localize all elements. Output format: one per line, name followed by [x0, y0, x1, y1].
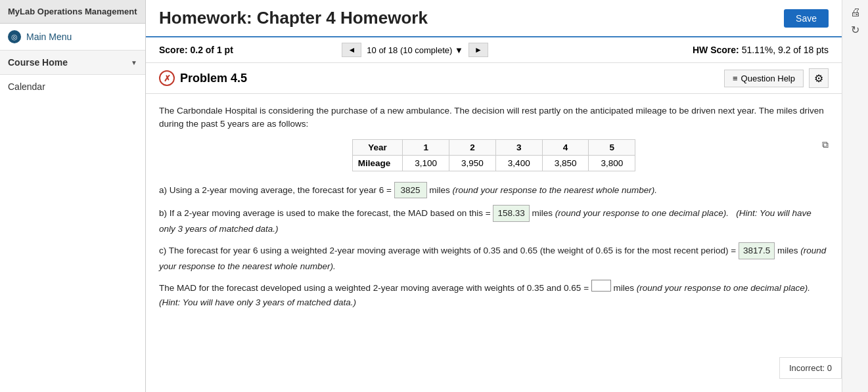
- mileage-table: Year 1 2 3 4 5 Mileage 3,100 3,950 3,400: [352, 139, 636, 171]
- calendar-label: Calendar: [8, 81, 45, 92]
- table-header-col1: 1: [403, 139, 449, 155]
- problem-status-icon: ✗: [159, 70, 175, 86]
- problem-content: The Carbondale Hospital is considering t…: [146, 94, 842, 392]
- sidebar-app-name: MyLab Operations Management: [0, 0, 145, 24]
- table-header-col4: 4: [542, 139, 589, 155]
- part-d-text-after: miles: [614, 283, 637, 293]
- hw-score-label: HW Score:: [693, 45, 739, 55]
- problem-header: ✗ Problem 4.5 ≡ Question Help ⚙: [146, 63, 842, 94]
- top-bar: Homework: Chapter 4 Homework Save: [146, 0, 842, 37]
- part-d-input[interactable]: [591, 280, 611, 292]
- part-d: The MAD for the forecast developed using…: [159, 280, 829, 309]
- mileage-row-label: Mileage: [352, 155, 403, 171]
- nav-prev-button[interactable]: ◄: [342, 43, 361, 57]
- part-a: a) Using a 2-year moving average, the fo…: [159, 182, 829, 199]
- part-c-text-after: miles: [777, 246, 800, 255]
- part-d-hint: (Hint: You will have only 3 years of mat…: [159, 297, 356, 307]
- table-header-col2: 2: [449, 139, 496, 155]
- nav-text: 10 of 18 (10 complete): [367, 45, 452, 55]
- mileage-col1: 3,100: [403, 155, 449, 171]
- part-a-italic: (round your response to the nearest whol…: [453, 185, 657, 195]
- table-header-col3: 3: [495, 139, 542, 155]
- settings-button[interactable]: ⚙: [809, 68, 829, 88]
- hw-score-value: 51.11%, 9.2 of 18 pts: [742, 45, 829, 55]
- sidebar-item-course-home[interactable]: Course Home ▼: [0, 51, 145, 75]
- table-header-year: Year: [352, 139, 403, 155]
- sidebar: MyLab Operations Management ◎ Main Menu …: [0, 0, 146, 392]
- course-home-label: Course Home: [8, 57, 68, 68]
- main-menu-label: Main Menu: [26, 32, 72, 42]
- page-title: Homework: Chapter 4 Homework: [159, 8, 428, 28]
- part-c-text-before: c) The forecast for year 6 using a weigh…: [159, 246, 736, 255]
- part-a-text-before: a) Using a 2-year moving average, the fo…: [159, 185, 392, 195]
- score-bar: Score: 0.2 of 1 pt ◄ 10 of 18 (10 comple…: [146, 37, 842, 63]
- part-b-text-after: miles: [532, 208, 555, 218]
- nav-dropdown-icon[interactable]: ▼: [455, 45, 463, 55]
- main-menu-icon: ◎: [8, 30, 21, 43]
- refresh-icon[interactable]: ↻: [851, 24, 859, 36]
- save-button[interactable]: Save: [784, 9, 829, 28]
- part-b: b) If a 2-year moving average is used to…: [159, 205, 829, 236]
- nav-next-button[interactable]: ►: [468, 43, 488, 57]
- chevron-down-icon: ▼: [131, 59, 137, 66]
- mileage-col4: 3,850: [542, 155, 589, 171]
- right-panel: 🖨 ↻: [842, 0, 868, 392]
- mileage-col2: 3,950: [449, 155, 496, 171]
- part-b-answer[interactable]: 158.33: [493, 205, 529, 222]
- main-content: Homework: Chapter 4 Homework Save Score:…: [146, 0, 842, 392]
- nav-controls: ◄ 10 of 18 (10 complete) ▼ ►: [342, 43, 488, 57]
- problem-intro: The Carbondale Hospital is considering t…: [159, 104, 829, 131]
- mileage-col3: 3,400: [495, 155, 542, 171]
- part-c: c) The forecast for year 6 using a weigh…: [159, 242, 829, 273]
- question-help-button[interactable]: ≡ Question Help: [724, 70, 804, 87]
- score-label: Score: 0.2 of 1 pt: [159, 45, 233, 55]
- nav-position-label: 10 of 18 (10 complete) ▼: [367, 45, 463, 55]
- mileage-col5: 3,800: [589, 155, 635, 171]
- score-value: 0.2 of 1 pt: [190, 45, 233, 55]
- hw-score: HW Score: 51.11%, 9.2 of 18 pts: [693, 45, 829, 55]
- part-d-italic: (round your response to one decimal plac…: [637, 283, 810, 293]
- sidebar-item-calendar[interactable]: Calendar: [0, 75, 145, 98]
- table-header-col5: 5: [589, 139, 635, 155]
- question-help-label: Question Help: [741, 74, 795, 83]
- list-icon: ≡: [733, 74, 738, 83]
- part-a-text-after: miles: [429, 185, 452, 195]
- incorrect-badge: Incorrect: 0: [779, 357, 842, 379]
- part-a-answer[interactable]: 3825: [394, 182, 427, 199]
- part-d-text-before: The MAD for the forecast developed using…: [159, 283, 589, 293]
- part-c-answer[interactable]: 3817.5: [739, 242, 775, 259]
- table-header-row: Year 1 2 3 4 5: [352, 139, 635, 155]
- problem-actions: ≡ Question Help ⚙: [724, 68, 829, 88]
- gear-icon: ⚙: [814, 72, 823, 85]
- print-icon[interactable]: 🖨: [850, 7, 861, 18]
- incorrect-label: Incorrect: 0: [789, 363, 832, 373]
- problem-title-text: Problem 4.5: [180, 72, 247, 85]
- copy-icon[interactable]: ⧉: [822, 139, 829, 150]
- part-b-text-before: b) If a 2-year moving average is used to…: [159, 208, 491, 218]
- table-row: Mileage 3,100 3,950 3,400 3,850 3,800: [352, 155, 635, 171]
- data-table-wrapper: ⧉ Year 1 2 3 4 5 Mileage 3,100: [159, 139, 829, 171]
- sidebar-item-main-menu[interactable]: ◎ Main Menu: [0, 24, 145, 51]
- part-b-italic: (round your response to one decimal plac…: [555, 208, 729, 218]
- problem-title: ✗ Problem 4.5: [159, 70, 247, 86]
